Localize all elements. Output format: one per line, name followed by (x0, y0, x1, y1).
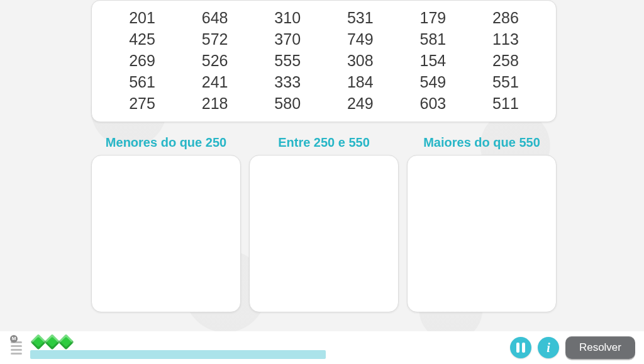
number-cell[interactable]: 269 (111, 50, 174, 71)
number-cell[interactable]: 370 (256, 28, 319, 50)
gems-row (33, 336, 504, 348)
number-cell[interactable]: 555 (256, 50, 319, 71)
bucket-label: Entre 250 e 550 (249, 135, 399, 150)
bottom-bar: M i Resolver (0, 331, 644, 364)
number-row: 269 526 555 308 154 258 (111, 50, 537, 71)
number-cell[interactable]: 201 (111, 7, 174, 28)
menu-button[interactable]: M (9, 339, 24, 356)
number-cell[interactable]: 184 (329, 71, 392, 93)
number-cell[interactable]: 275 (111, 93, 174, 114)
number-cell[interactable]: 154 (401, 50, 464, 71)
bucket-row: Menores do que 250 Entre 250 e 550 Maior… (91, 135, 557, 312)
bucket-between: Entre 250 e 550 (249, 135, 399, 312)
info-button[interactable]: i (538, 337, 559, 358)
number-cell[interactable]: 531 (329, 7, 392, 28)
number-cell[interactable]: 333 (256, 71, 319, 93)
number-cell[interactable]: 603 (401, 93, 464, 114)
number-cell[interactable]: 425 (111, 28, 174, 50)
number-cell[interactable]: 581 (401, 28, 464, 50)
resolve-button[interactable]: Resolver (565, 336, 635, 359)
menu-bar-icon (11, 345, 22, 347)
bucket-label: Menores do que 250 (91, 135, 241, 150)
number-cell[interactable]: 551 (474, 71, 537, 93)
number-cell[interactable]: 549 (401, 71, 464, 93)
bucket-label: Maiores do que 550 (407, 135, 557, 150)
menu-badge-icon: M (10, 335, 18, 343)
bucket-dropzone-greater[interactable] (407, 155, 557, 312)
number-cell[interactable]: 249 (329, 93, 392, 114)
number-source-panel: 201 648 310 531 179 286 425 572 370 749 … (91, 0, 557, 122)
gem-icon (44, 334, 60, 350)
number-row: 201 648 310 531 179 286 (111, 7, 537, 28)
number-cell[interactable]: 572 (184, 28, 247, 50)
bucket-greater-than: Maiores do que 550 (407, 135, 557, 312)
menu-bar-icon (11, 349, 22, 351)
number-cell[interactable]: 308 (329, 50, 392, 71)
bucket-dropzone-less[interactable] (91, 155, 241, 312)
progress-bar (30, 350, 326, 359)
number-row: 425 572 370 749 581 113 (111, 28, 537, 50)
info-icon: i (547, 341, 550, 355)
number-cell[interactable]: 286 (474, 7, 537, 28)
game-area: 201 648 310 531 179 286 425 572 370 749 … (0, 0, 644, 364)
gem-icon (30, 334, 46, 350)
number-cell[interactable]: 218 (184, 93, 247, 114)
number-cell[interactable]: 241 (184, 71, 247, 93)
bucket-dropzone-between[interactable] (249, 155, 399, 312)
number-cell[interactable]: 648 (184, 7, 247, 28)
number-cell[interactable]: 526 (184, 50, 247, 71)
number-row: 561 241 333 184 549 551 (111, 71, 537, 93)
number-cell[interactable]: 179 (401, 7, 464, 28)
number-cell[interactable]: 258 (474, 50, 537, 71)
number-row: 275 218 580 249 603 511 (111, 93, 537, 114)
menu-bar-icon (11, 353, 22, 355)
number-cell[interactable]: 580 (256, 93, 319, 114)
gem-icon (58, 334, 74, 350)
number-cell[interactable]: 749 (329, 28, 392, 50)
pause-button[interactable] (510, 337, 531, 358)
number-cell[interactable]: 310 (256, 7, 319, 28)
pause-icon (516, 343, 525, 353)
number-cell[interactable]: 561 (111, 71, 174, 93)
number-cell[interactable]: 113 (474, 28, 537, 50)
number-cell[interactable]: 511 (474, 93, 537, 114)
bucket-less-than: Menores do que 250 (91, 135, 241, 312)
